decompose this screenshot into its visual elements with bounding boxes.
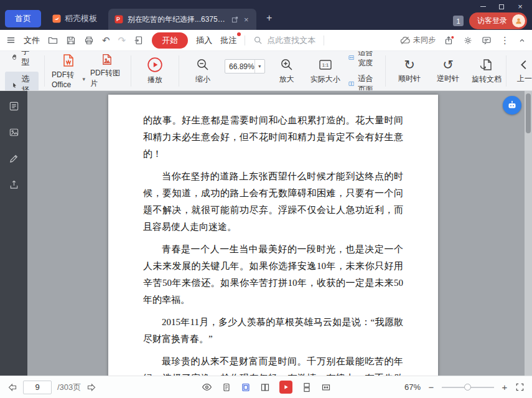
- actual-size-label: 实际大小: [310, 74, 340, 85]
- fullscreen-icon[interactable]: [515, 382, 525, 392]
- app-window: 首页 稻壳模板 别在吃苦的年纪选择...63750.pdf × +: [0, 0, 532, 398]
- page-navigation: /303页: [7, 381, 96, 394]
- rotate-counterclockwise-button[interactable]: ↺ 逆时针: [429, 53, 467, 89]
- gear-icon[interactable]: [463, 36, 473, 45]
- open-folder-icon[interactable]: [48, 36, 58, 45]
- window-controls: ×: [474, 2, 530, 11]
- zoom-combo-caret-icon[interactable]: ▾: [254, 60, 264, 73]
- select-tool-label: 选择: [21, 73, 32, 91]
- fit-page-button[interactable]: 适合页面: [345, 72, 381, 92]
- share-icon[interactable]: [444, 36, 454, 45]
- tab-docer-templates[interactable]: 稻壳模板: [46, 10, 103, 27]
- assistant-floating-button[interactable]: [503, 96, 521, 115]
- fit-page-icon: [348, 79, 355, 88]
- zoom-out-button[interactable]: 缩小: [184, 53, 222, 89]
- panel-outline-icon[interactable]: [9, 101, 19, 111]
- redo-icon[interactable]: ↷: [118, 36, 126, 45]
- sync-status[interactable]: 未同步: [400, 35, 436, 45]
- zoom-plus-button[interactable]: +: [500, 382, 509, 392]
- more-options-icon[interactable]: ⋮: [500, 35, 510, 46]
- fit-width-button[interactable]: 适合宽度: [345, 51, 381, 70]
- file-menu[interactable]: 文件: [24, 35, 40, 46]
- pdf-to-office-icon: [60, 53, 77, 68]
- zoom-minus-button[interactable]: −: [427, 382, 436, 392]
- previous-page-label: 上一: [517, 73, 532, 84]
- collapse-ribbon-icon[interactable]: [518, 37, 526, 44]
- tab-document-title: 别在吃苦的年纪选择...63750.pdf: [128, 14, 227, 25]
- tab-insert[interactable]: 插入: [196, 35, 212, 46]
- actual-size-icon: 1:1: [318, 57, 333, 72]
- maximize-button[interactable]: [492, 2, 511, 11]
- rotate-document-icon: [479, 57, 494, 72]
- ribbon-separator: [385, 55, 386, 87]
- zoom-slider[interactable]: [442, 383, 494, 392]
- fit-page-view-icon[interactable]: [241, 382, 251, 392]
- previous-page-icon[interactable]: [7, 382, 17, 392]
- zoom-slider-handle[interactable]: [464, 384, 471, 391]
- panel-image-icon[interactable]: [9, 127, 19, 138]
- account-area: 1 访客登录: [453, 12, 527, 29]
- zoom-out-label: 缩小: [195, 74, 210, 85]
- continuous-scroll-icon[interactable]: [302, 382, 312, 392]
- panel-annotation-icon[interactable]: [9, 153, 19, 164]
- zoom-level-combo[interactable]: 66.89% ▾: [225, 59, 265, 73]
- guest-login-button[interactable]: 访客登录: [469, 12, 527, 29]
- fit-width-label: 适合宽度: [358, 51, 377, 69]
- tab-close-icon[interactable]: ×: [243, 15, 250, 24]
- single-page-view-icon[interactable]: [222, 382, 231, 392]
- hamburger-menu-icon[interactable]: [6, 36, 16, 45]
- next-page-icon[interactable]: [86, 382, 96, 392]
- main-area: 的故事。好生意都是需要时间和心血积累打造的。花大量时间和精力未必生意会好，但不花…: [0, 91, 532, 376]
- document-viewport[interactable]: 的故事。好生意都是需要时间和心血积累打造的。花大量时间和精力未必生意会好，但不花…: [27, 91, 532, 376]
- minimize-button[interactable]: [474, 2, 492, 11]
- zoom-controls: 67% − +: [404, 382, 525, 392]
- fit-page-label: 适合页面: [358, 73, 377, 92]
- doc-arrow-icon[interactable]: [134, 36, 144, 45]
- pdf-to-office-label: PDF转Office: [52, 70, 81, 89]
- tab-comment[interactable]: 批注: [220, 34, 236, 46]
- save-icon[interactable]: [66, 36, 76, 45]
- play-slideshow-button[interactable]: 播放: [136, 53, 174, 89]
- pdf-file-icon: [114, 15, 123, 24]
- hand-tool-button[interactable]: 手型: [5, 51, 39, 70]
- zoom-in-button[interactable]: 放大: [268, 53, 306, 89]
- play-mode-button[interactable]: [279, 381, 292, 394]
- comment-bubble-icon[interactable]: [482, 36, 492, 45]
- tab-start[interactable]: 开始: [152, 32, 188, 49]
- previous-page-ribbon-button[interactable]: 上一: [511, 53, 532, 89]
- rotate-document-button[interactable]: 旋转文档: [467, 53, 506, 89]
- fit-width-view-icon[interactable]: [321, 382, 331, 392]
- paragraph: 最珍贵的从来不是财富而是时间。千万别在最能吃苦的年纪，选择了安逸。趁你现在年轻，…: [143, 353, 403, 376]
- rotate-clockwise-button[interactable]: ↻ 顺时针: [390, 53, 429, 89]
- close-button[interactable]: ×: [511, 2, 530, 11]
- pdf-to-image-button[interactable]: PDF转图片: [88, 53, 126, 89]
- actual-size-button[interactable]: 1:1 实际大小: [306, 53, 345, 89]
- divider: [324, 36, 324, 45]
- open-in-window-icon[interactable]: [231, 16, 238, 23]
- page-number-input[interactable]: [23, 381, 52, 394]
- pdf-page: 的故事。好生意都是需要时间和心血积累打造的。花大量时间和精力未必生意会好，但不花…: [108, 95, 438, 376]
- message-count-badge[interactable]: 1: [453, 16, 464, 26]
- ribbon-separator: [506, 55, 506, 87]
- select-tool-button[interactable]: 选择: [5, 72, 39, 91]
- pdf-to-office-button[interactable]: PDF转Office▾: [49, 53, 88, 89]
- play-triangle-icon: [282, 384, 289, 391]
- left-panel-bar: [0, 91, 27, 376]
- scrollbar-thumb[interactable]: [526, 93, 531, 133]
- chevron-down-icon: ▾: [82, 76, 85, 82]
- tab-home[interactable]: 首页: [5, 10, 41, 27]
- print-icon[interactable]: [84, 36, 94, 45]
- eye-protect-icon[interactable]: [202, 382, 212, 392]
- paragraph: 2015年11月，多少人羡慕的草根英雄马云如是说：“我愿散尽财富换青春。”: [143, 314, 403, 348]
- ribbon-separator: [179, 55, 179, 87]
- new-tab-button[interactable]: +: [261, 10, 278, 26]
- two-page-view-icon[interactable]: [260, 382, 270, 392]
- svg-text:1:1: 1:1: [322, 62, 328, 68]
- tab-document-active[interactable]: 别在吃苦的年纪选择...63750.pdf ×: [108, 9, 256, 30]
- comment-notification-dot: [237, 32, 241, 36]
- panel-export-icon[interactable]: [9, 179, 19, 190]
- vertical-scrollbar[interactable]: [525, 91, 532, 376]
- find-text-button[interactable]: 点此查找文本: [253, 35, 315, 46]
- undo-icon[interactable]: ↶: [102, 36, 110, 45]
- play-label: 播放: [147, 75, 162, 85]
